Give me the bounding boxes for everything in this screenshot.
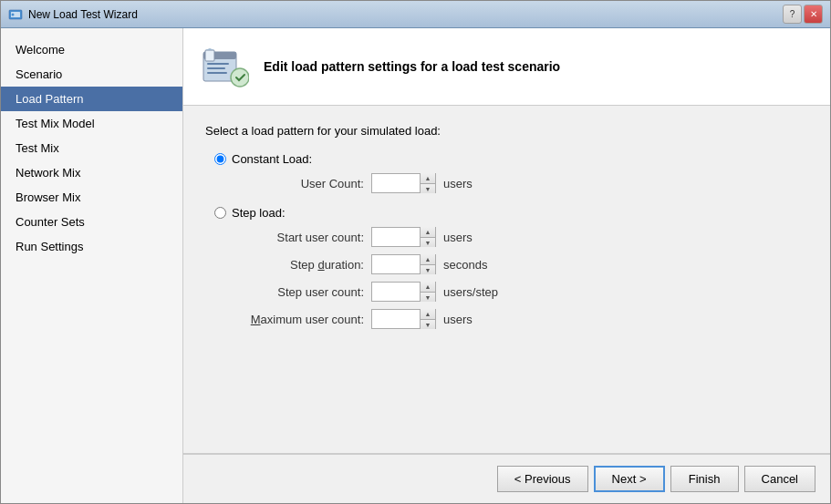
step-duration-up[interactable]: ▲ [421,254,435,264]
finish-button[interactable]: Finish [670,466,739,492]
window-title: New Load Test Wizard [28,8,138,21]
step-load-radio[interactable] [214,207,226,219]
user-count-spinner: 10 ▲ ▼ [371,173,436,193]
sidebar: WelcomeScenarioLoad PatternTest Mix Mode… [1,28,183,503]
max-user-count-row: Maximum user count: 200 ▲ ▼ users [236,309,808,329]
step-load-fields: Start user count: 10 ▲ ▼ users [214,227,808,329]
max-user-count-spin-buttons: ▲ ▼ [420,309,435,329]
cancel-button[interactable]: Cancel [744,466,815,492]
title-bar: New Load Test Wizard ? ✕ [1,1,830,28]
svg-rect-7 [207,72,227,74]
step-duration-unit: seconds [443,258,487,272]
start-user-count-input[interactable]: 10 [372,228,420,246]
constant-load-label-row: Constant Load: [214,152,808,166]
sidebar-item-run-settings[interactable]: Run Settings [1,234,182,259]
close-button[interactable]: ✕ [804,5,823,24]
start-user-count-label: Start user count: [236,231,364,244]
wizard-body: Select a load pattern for your simulated… [183,106,830,453]
sidebar-item-network-mix[interactable]: Network Mix [1,160,182,185]
start-user-count-row: Start user count: 10 ▲ ▼ users [236,227,808,247]
user-count-label-text: User Count: [301,177,364,190]
step-user-count-spin-buttons: ▲ ▼ [420,282,435,302]
user-count-down[interactable]: ▼ [421,183,435,193]
header-area: Edit load pattern settings for a load te… [183,28,830,106]
start-user-count-spinner: 10 ▲ ▼ [371,227,436,247]
sidebar-item-browser-mix[interactable]: Browser Mix [1,185,182,210]
instruction-text: Select a load pattern for your simulated… [205,124,808,138]
step-duration-row: Step duration: 10 ▲ ▼ seconds [236,254,808,274]
step-user-count-down[interactable]: ▼ [421,292,435,302]
step-user-count-up[interactable]: ▲ [421,282,435,292]
sidebar-item-test-mix[interactable]: Test Mix [1,136,182,160]
help-button[interactable]: ? [783,5,802,24]
sidebar-item-welcome[interactable]: Welcome [1,37,182,62]
user-count-spin-buttons: ▲ ▼ [420,173,435,193]
step-load-label: Step load: [232,206,286,220]
max-user-count-down[interactable]: ▼ [421,319,435,329]
step-duration-spin-buttons: ▲ ▼ [420,254,435,274]
content-area: WelcomeScenarioLoad PatternTest Mix Mode… [1,28,830,503]
wizard-icon [202,43,249,90]
header-title: Edit load pattern settings for a load te… [264,59,560,74]
svg-rect-5 [207,63,229,65]
sidebar-item-load-pattern[interactable]: Load Pattern [1,87,182,111]
step-duration-down[interactable]: ▼ [421,264,435,274]
max-user-count-input[interactable]: 200 [372,310,420,328]
user-count-input[interactable]: 10 [372,174,420,192]
previous-button[interactable]: < Previous [497,466,588,492]
main-content: Edit load pattern settings for a load te… [183,28,830,503]
max-user-count-unit: users [443,313,473,326]
step-user-count-spinner: 10 ▲ ▼ [371,282,436,302]
start-user-count-down[interactable]: ▼ [421,237,435,247]
svg-rect-9 [205,50,214,61]
svg-rect-6 [207,67,225,69]
start-user-count-unit: users [443,231,473,244]
main-window: New Load Test Wizard ? ✕ WelcomeScenario… [0,0,831,504]
radio-group: Constant Load: User Count: 10 ▲ [205,152,808,329]
user-count-row: User Count: 10 ▲ ▼ users [236,173,808,193]
constant-load-label: Constant Load: [232,152,312,166]
next-button[interactable]: Next > [594,466,665,492]
sidebar-item-counter-sets[interactable]: Counter Sets [1,210,182,234]
window-icon [8,7,23,22]
max-user-count-spinner: 200 ▲ ▼ [371,309,436,329]
step-user-count-input[interactable]: 10 [372,283,420,301]
constant-load-option: Constant Load: User Count: 10 ▲ [214,152,808,193]
sidebar-item-scenario[interactable]: Scenario [1,62,182,87]
step-user-count-row: Step user count: 10 ▲ ▼ users/step [236,282,808,302]
step-duration-label: Step duration: [236,258,364,272]
start-user-count-spin-buttons: ▲ ▼ [420,227,435,247]
start-user-count-up[interactable]: ▲ [421,227,435,237]
step-load-label-row: Step load: [214,206,808,220]
svg-point-2 [12,13,15,15]
sidebar-item-test-mix-model[interactable]: Test Mix Model [1,111,182,136]
max-user-count-label: Maximum user count: [236,313,364,326]
title-bar-left: New Load Test Wizard [8,7,138,22]
constant-load-radio[interactable] [214,153,226,165]
step-duration-spinner: 10 ▲ ▼ [371,254,436,274]
step-user-count-unit: users/step [443,285,498,299]
svg-point-8 [231,68,249,87]
footer: < Previous Next > Finish Cancel [183,454,830,503]
user-count-unit: users [443,177,473,190]
step-duration-input[interactable]: 10 [372,255,420,273]
step-load-option: Step load: Start user count: 10 ▲ [214,206,808,329]
title-bar-buttons: ? ✕ [783,5,823,24]
user-count-label: User Count: [236,177,364,190]
step-user-count-label: Step user count: [236,285,364,299]
svg-marker-10 [205,48,214,50]
user-count-up[interactable]: ▲ [421,173,435,183]
constant-load-fields: User Count: 10 ▲ ▼ users [214,173,808,193]
max-user-count-up[interactable]: ▲ [421,309,435,319]
